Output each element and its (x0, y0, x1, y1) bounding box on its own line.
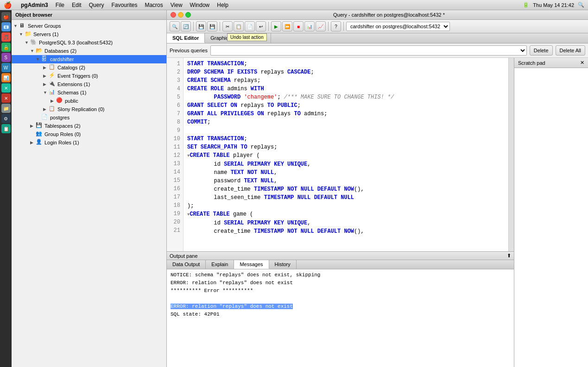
scratch-pad-label: Scratch pad (518, 60, 545, 66)
menu-help[interactable]: Help (217, 2, 228, 8)
dock-icon-3[interactable]: 🎵 (1, 32, 11, 42)
dock-icon-9[interactable]: ✕ (1, 93, 11, 103)
tree-item-server-groups[interactable]: ▼ 🖥 Server Groups (12, 22, 166, 30)
tab-sql-editor[interactable]: SQL Editor (167, 33, 205, 43)
postgresql-label: PostgreSQL 9.3 (localhost:5432) (39, 40, 113, 45)
menu-macros[interactable]: Macros (145, 2, 163, 8)
public-label: public (65, 98, 78, 104)
code-line-11: SET SEARCH_PATH TO replays; (187, 143, 505, 151)
delete-button[interactable]: Delete (530, 45, 553, 56)
menu-query[interactable]: Query (89, 2, 104, 8)
code-line-7: GRANT ALL PRIVILEGES ON replays TO admin… (187, 110, 505, 118)
menu-view[interactable]: View (171, 2, 183, 8)
apple-menu[interactable]: 🍎 (4, 1, 12, 9)
app-name[interactable]: pgAdmin3 (21, 2, 48, 8)
tree-item-tablespaces[interactable]: ▶ 💾 Tablespaces (2) (12, 122, 166, 130)
connection-dropdown[interactable]: cardshifter on postgres@localhost:5432 (346, 22, 450, 31)
close-button[interactable] (171, 12, 176, 18)
time-display: Thu May 14 21:42 (533, 2, 574, 8)
toolbar-btn-undo[interactable]: ↩ Undo last action (256, 21, 266, 31)
toolbar-btn-explain2[interactable]: 📈 (316, 21, 326, 31)
tree-item-cardshifter[interactable]: ▼ 🗄 cardshifter (12, 55, 166, 63)
toolbar: 🔍 🔄 💾 💾 ✂ 📋 📄 ↩ Undo last action ▶ ⏩ ■ 📊… (167, 20, 588, 33)
servers-label: Servers (1) (33, 31, 58, 37)
output-expand-icon[interactable]: ⬆ (507, 253, 511, 259)
toolbar-btn-info[interactable]: ? (331, 21, 341, 31)
tree-item-event-triggers[interactable]: ▶ ⚡ Event Triggers (0) (12, 72, 166, 80)
tab-graphical-query-builder[interactable]: Graphical Query Builder (205, 33, 271, 43)
menu-file[interactable]: File (56, 2, 64, 8)
dock-icon-1[interactable]: 🍎 (1, 12, 11, 21)
dock-icon-7[interactable]: 📊 (1, 73, 11, 82)
scratch-pad-content[interactable] (514, 68, 588, 367)
tree-item-servers[interactable]: ▼ 📁 Servers (1) (12, 30, 166, 38)
event-triggers-icon: ⚡ (49, 72, 56, 80)
menu-edit[interactable]: Edit (72, 2, 82, 8)
search-icon[interactable]: 🔍 (578, 2, 584, 8)
line-numbers: 1 2 3 4 5 6 7 8 9 10 11 12 13 14 (167, 58, 183, 251)
toolbar-separator-4 (328, 22, 329, 31)
tree-arrow: ▼ (25, 40, 30, 45)
tablespaces-icon: 💾 (36, 122, 43, 130)
tree-item-extensions[interactable]: ▶ 🔌 Extensions (1) (12, 80, 166, 88)
toolbar-btn-paste[interactable]: 📄 (245, 21, 255, 31)
query-title-bar: Query - cardshifter on postgres@localhos… (167, 10, 588, 20)
toolbar-btn-save[interactable]: 💾 (196, 21, 206, 31)
dock-icon-4[interactable]: 🔒 (1, 43, 11, 52)
toolbar-btn-run2[interactable]: ⏩ (282, 21, 292, 31)
extensions-label: Extensions (1) (57, 81, 90, 87)
minimize-button[interactable] (178, 12, 183, 18)
tab-data-output[interactable]: Data Output (167, 260, 206, 269)
window-buttons (171, 12, 191, 18)
toolbar-btn-run[interactable]: ▶ (271, 21, 281, 31)
tab-explain[interactable]: Explain (206, 260, 234, 269)
dock: 🍎 📧 🎵 🔒 S W 📊 ✕ ✕ 📁 ⚙ 📋 (0, 10, 12, 367)
menu-favourites[interactable]: Favourites (111, 2, 137, 8)
tablespaces-label: Tablespaces (2) (44, 123, 81, 129)
scratch-pad: Scratch pad ✕ (514, 58, 588, 367)
editor-scrollbar[interactable] (508, 58, 514, 251)
code-content[interactable]: START TRANSACTION; DROP SCHEMA IF EXISTS… (183, 58, 508, 251)
tree-item-login-roles[interactable]: ▶ 👤 Login Roles (1) (12, 138, 166, 147)
output-line-2: ERROR: relation "replays" does not exist (171, 279, 510, 287)
dock-icon-2[interactable]: 📧 (1, 22, 11, 31)
tree-item-catalogs[interactable]: ▶ 📋 Catalogs (2) (12, 63, 166, 72)
scratch-pad-close-icon[interactable]: ✕ (580, 60, 584, 66)
dock-icon-6[interactable]: W (1, 63, 11, 72)
code-line-1: START TRANSACTION; (187, 60, 505, 68)
toolbar-btn-stop[interactable]: ■ (293, 21, 303, 31)
tree-item-slony[interactable]: ▶ 📋 Slony Replication (0) (12, 105, 166, 113)
tree-item-public[interactable]: ▶ 🔴 public (12, 97, 166, 105)
public-icon: 🔴 (56, 97, 63, 105)
tree-item-postgresql[interactable]: ▼ 🐘 PostgreSQL 9.3 (localhost:5432) (12, 38, 166, 47)
dock-icon-11[interactable]: ⚙ (1, 114, 11, 123)
maximize-button[interactable] (185, 12, 191, 18)
toolbar-btn-copy[interactable]: 📋 (234, 21, 244, 31)
delete-all-button[interactable]: Delete All (556, 45, 585, 56)
dock-icon-8[interactable]: ✕ (1, 83, 11, 93)
editor-tab-bar: SQL Editor Graphical Query Builder (167, 33, 588, 44)
toolbar-separator-2 (220, 22, 220, 31)
tree-item-group-roles[interactable]: 👥 Group Roles (0) (12, 130, 166, 138)
toolbar-btn-explain[interactable]: 📊 (304, 21, 315, 31)
dock-icon-10[interactable]: 📁 (1, 104, 11, 113)
dock-icon-5[interactable]: S (1, 53, 11, 62)
toolbar-btn-refresh[interactable]: 🔄 (181, 21, 191, 31)
toolbar-btn-cut[interactable]: ✂ (222, 21, 233, 31)
menu-window[interactable]: Window (190, 2, 210, 8)
output-line-6: SQL state: 42P01 (171, 311, 510, 318)
dock-icon-12[interactable]: 📋 (1, 124, 11, 133)
tab-history[interactable]: History (269, 260, 297, 269)
code-line-6: GRANT SELECT ON replays TO PUBLIC; (187, 101, 505, 110)
toolbar-btn-save2[interactable]: 💾 (207, 21, 217, 31)
toolbar-btn-search[interactable]: 🔍 (170, 21, 180, 31)
output-line-1: NOTICE: schema "replays" does not exist,… (171, 271, 510, 279)
code-editor[interactable]: 1 2 3 4 5 6 7 8 9 10 11 12 13 14 (167, 58, 514, 251)
output-pane: Output pane ⬆ Data Output Explain Messag… (167, 251, 514, 367)
tree-item-postgres[interactable]: 📄 postgres (12, 113, 166, 122)
tree-item-databases[interactable]: ▼ 📂 Databases (2) (12, 47, 166, 55)
prev-queries-select[interactable] (210, 45, 527, 56)
tree-item-schemas[interactable]: ▼ 📊 Schemas (1) (12, 88, 166, 97)
tree-arrow: ▶ (43, 82, 49, 87)
tab-messages[interactable]: Messages (234, 260, 269, 269)
